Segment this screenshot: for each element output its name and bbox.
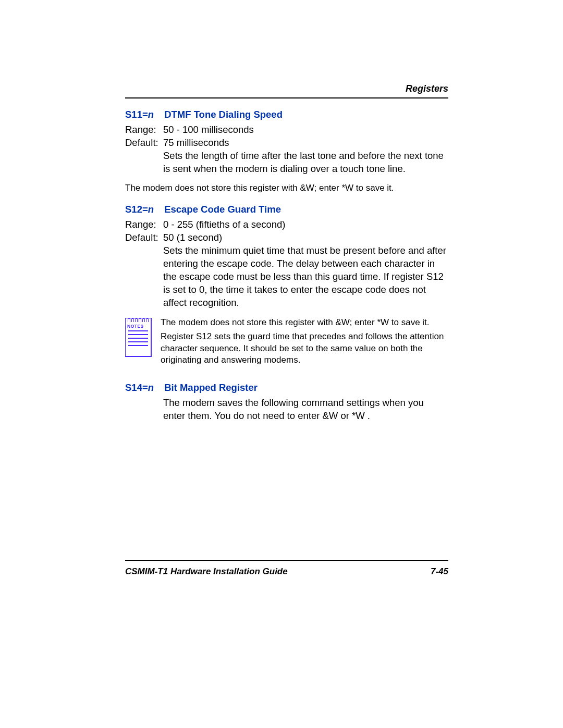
footer-doc-title: CSMIM-T1 Hardware Installation Guide xyxy=(125,566,288,577)
s14-code: S14= xyxy=(125,382,148,393)
s14-var: n xyxy=(148,382,154,393)
s12-title: Escape Code Guard Time xyxy=(164,204,281,215)
s14-title: Bit Mapped Register xyxy=(164,382,258,393)
s11-range-value: 50 - 100 milliseconds xyxy=(163,124,448,137)
s11-default-value: 75 milliseconds xyxy=(163,137,448,150)
s11-range-label: Range: xyxy=(125,124,163,137)
notes-icon-label: NOTES xyxy=(126,323,151,330)
s12-default-value: 50 (1 second) xyxy=(163,231,448,244)
s14-desc: The modem saves the following command se… xyxy=(163,397,448,423)
s12-heading: S12=n Escape Code Guard Time xyxy=(125,204,448,215)
s11-title: DTMF Tone Dialing Speed xyxy=(164,109,283,120)
s11-desc: Sets the length of time after the last t… xyxy=(163,150,448,176)
section-header: Registers xyxy=(125,83,448,98)
notes-icon: NOTES xyxy=(125,317,151,369)
s12-note1: The modem does not store this register w… xyxy=(161,317,448,329)
s11-var: n xyxy=(148,109,154,120)
s12-notes: The modem does not store this register w… xyxy=(161,317,448,369)
s12-range-label: Range: xyxy=(125,218,163,231)
s12-range-value: 0 - 255 (fiftieths of a second) xyxy=(163,218,448,231)
s11-heading: S11=n DTMF Tone Dialing Speed xyxy=(125,109,448,120)
s11-default-label: Default: xyxy=(125,137,163,150)
page-footer: CSMIM-T1 Hardware Installation Guide 7-4… xyxy=(125,560,448,577)
s12-desc: Sets the minimum quiet time that must be… xyxy=(163,244,448,310)
s11-note: The modem does not store this register w… xyxy=(125,183,448,193)
footer-page-number: 7-45 xyxy=(431,566,448,577)
s12-default-label: Default: xyxy=(125,231,163,244)
s12-code: S12= xyxy=(125,204,148,215)
s12-var: n xyxy=(148,204,154,215)
s12-note2: Register S12 sets the guard time that pr… xyxy=(161,331,448,367)
s14-heading: S14=n Bit Mapped Register xyxy=(125,382,448,393)
s11-code: S11= xyxy=(125,109,148,120)
